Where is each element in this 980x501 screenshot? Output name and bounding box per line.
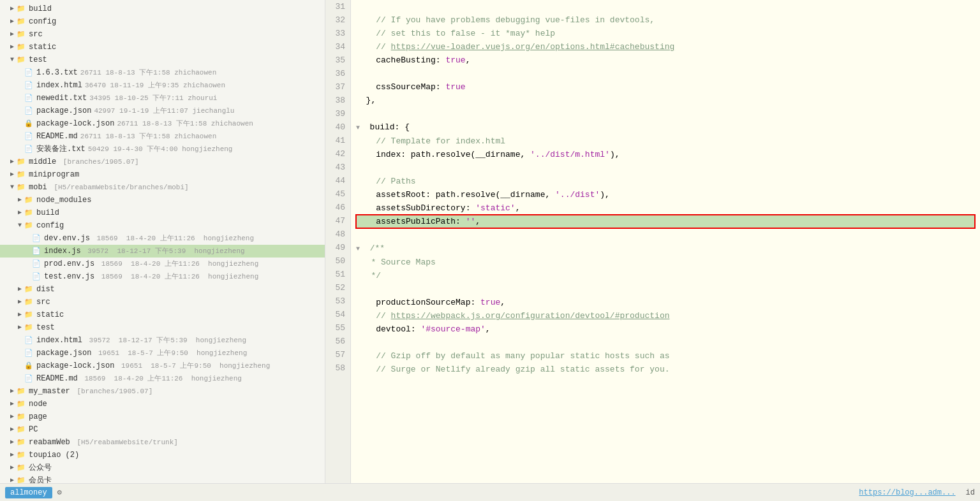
sidebar-item-packagelock2[interactable]: 🔒 package-lock.json 19651 18-5-7 上午9:50 … (0, 359, 325, 372)
line-num-44: 44 (330, 174, 345, 187)
sidebar-item-test2[interactable]: ▶ 📁 test (0, 321, 325, 334)
sidebar-item-indexjs[interactable]: 📄 index.js 39572 18-12-17 下午5:39 hongjie… (0, 245, 325, 258)
branch-indicator[interactable]: allmoney (5, 487, 52, 498)
arrow-icon: ▶ (10, 449, 17, 461)
item-branch: [branches/1905.07] (59, 156, 138, 168)
item-label: PC (29, 424, 38, 435)
settings-icon[interactable]: ⚙ (57, 488, 62, 497)
sidebar-item-readmemd2[interactable]: 📄 README.md 18569 18-4-20 上午11:26 hongji… (0, 372, 325, 385)
sidebar-item-163txt[interactable]: 📄 1.6.3.txt 26711 18-8-13 下午1:58 zhichao… (0, 66, 325, 79)
line-num-36: 36 (330, 67, 345, 80)
sidebar-item-toupiao[interactable]: ▶ 📁 toupiao (2) (0, 449, 325, 461)
code-line-57: // Gzip off by default as many popular s… (356, 349, 975, 363)
code-editor[interactable]: 31 32 33 34 35 36 37 38 39 40 41 42 43 4… (325, 0, 980, 483)
arrow-icon: ▶ (10, 437, 17, 448)
sidebar-item-packagejson[interactable]: 📄 package.json 42997 19-1-19 上午11:07 jie… (0, 105, 325, 117)
sidebar-item-packagejson2[interactable]: 📄 package.json 19651 18-5-7 上午9:50 hongj… (0, 347, 325, 359)
status-bar: allmoney ⚙ https://blog...adm... id (0, 483, 980, 501)
item-meta: 34395 18-10-25 下午7:11 zhourui (89, 92, 217, 104)
line-num-43: 43 (330, 161, 345, 174)
sidebar-item-src[interactable]: ▶ 📁 src (0, 28, 325, 41)
file-icon: 📄 (32, 233, 42, 244)
item-label: my_master (29, 386, 70, 397)
code-line-42: index: path.resolve(__dirname, '../dist/… (356, 148, 975, 161)
sidebar-item-indexhtml2[interactable]: 📄 index.html 39572 18-12-17 下午5:39 hongj… (0, 334, 325, 347)
item-label: package.json (36, 105, 91, 117)
sidebar-item-page[interactable]: ▶ 📁 page (0, 410, 325, 423)
code-line-51: */ (356, 269, 975, 282)
folder-icon: 📁 (17, 182, 27, 193)
spacer (26, 233, 32, 244)
sidebar-item-reabamweb[interactable]: ▶ 📁 reabamWeb [H5/reabamWebsite/trunk] (0, 436, 325, 449)
sidebar-item-build2[interactable]: ▶ 📁 build (0, 207, 325, 219)
file-icon: 📄 (24, 143, 34, 155)
arrow-icon: ▶ (18, 194, 24, 206)
code-container: 31 32 33 34 35 36 37 38 39 40 41 42 43 4… (325, 0, 980, 483)
spacer (18, 360, 24, 372)
sidebar-item-miniprogram[interactable]: ▶ 📁 miniprogram (0, 168, 325, 181)
code-line-36 (356, 67, 975, 80)
sidebar-item-huiyinka[interactable]: ▶ 📁 会员卡 (0, 474, 325, 483)
sidebar-item-mobi[interactable]: ▼ 📁 mobi [H5/reabamWebsite/branches/mobi… (0, 181, 325, 194)
item-meta: 26711 18-8-13 下午1:58 zhichaowen (80, 131, 216, 142)
sidebar-item-packagelockjson[interactable]: 🔒 package-lock.json 26711 18-8-13 下午1:58… (0, 117, 325, 130)
spacer (18, 335, 24, 346)
file-icon: 📄 (24, 131, 34, 142)
sidebar-item-pc[interactable]: ▶ 📁 PC (0, 423, 325, 436)
sidebar-item-dist[interactable]: ▶ 📁 dist (0, 283, 325, 296)
sidebar-item-static2[interactable]: ▶ 📁 static (0, 309, 325, 321)
line-num-37: 37 (330, 80, 345, 94)
sidebar-item-node[interactable]: ▶ 📁 node (0, 398, 325, 410)
code-line-34: // https://vue-loader.vuejs.org/en/optio… (356, 40, 975, 54)
folder-icon: 📁 (17, 449, 27, 461)
code-line-54: // https://webpack.js.org/configuration/… (356, 309, 975, 323)
sidebar-item-indexhtml[interactable]: 📄 index.html 36470 18-11-19 上午9:35 zhich… (0, 79, 325, 92)
sidebar-item-testenvjs[interactable]: 📄 test.env.js 18569 18-4-20 上午11:26 hong… (0, 270, 325, 283)
main-container: ▶ 📁 build ▶ 📁 config ▶ 📁 src ▶ 📁 static … (0, 0, 980, 483)
line-num-55: 55 (330, 321, 345, 335)
sidebar-item-middle[interactable]: ▶ 📁 middle [branches/1905.07] (0, 156, 325, 168)
folder-icon: 📁 (24, 220, 34, 231)
folder-icon: 📁 (17, 41, 27, 53)
sidebar-item-config2[interactable]: ▼ 📁 config (0, 219, 325, 232)
line-num-58: 58 (330, 361, 345, 375)
arrow-icon: ▼ (10, 182, 17, 193)
folder-icon: 📁 (24, 296, 34, 308)
sidebar-item-prodenvjs[interactable]: 📄 prod.env.js 18569 18-4-20 上午11:26 hong… (0, 258, 325, 270)
sidebar-item-devenvjs[interactable]: 📄 dev.env.js 18569 18-4-20 上午11:26 hongj… (0, 232, 325, 245)
sidebar-item-newedittxt[interactable]: 📄 newedit.txt 34395 18-10-25 下午7:11 zhou… (0, 92, 325, 105)
sidebar-item-readmemd[interactable]: 📄 README.md 26711 18-8-13 下午1:58 zhichao… (0, 130, 325, 143)
sidebar-item-anzhuang[interactable]: 📄 安装备注.txt 50429 19-4-30 下午4:00 hongjiez… (0, 143, 325, 156)
code-line-44: // Paths (356, 175, 975, 188)
file-icon: 📄 (32, 258, 42, 270)
search-label: id (966, 488, 975, 497)
sidebar-item-static[interactable]: ▶ 📁 static (0, 41, 325, 54)
arrow-icon: ▶ (18, 296, 24, 308)
item-label: build (36, 207, 59, 219)
sidebar-item-gongzhonghao[interactable]: ▶ 📁 公众号 (0, 461, 325, 474)
item-meta: 19651 18-5-7 上午9:50 hongjiezheng (117, 360, 270, 372)
sidebar-item-config[interactable]: ▶ 📁 config (0, 15, 325, 28)
code-line-37: cssSourceMap: true (356, 80, 975, 94)
file-icon: 📄 (24, 373, 34, 384)
sidebar-item-node-modules[interactable]: ▶ 📁 node_modules (0, 194, 325, 207)
spacer (26, 271, 32, 282)
folder-icon: 📁 (17, 475, 27, 483)
sidebar-item-build[interactable]: ▶ 📁 build (0, 3, 325, 15)
spacer (18, 67, 24, 78)
item-label: node (29, 398, 47, 410)
sidebar[interactable]: ▶ 📁 build ▶ 📁 config ▶ 📁 src ▶ 📁 static … (0, 0, 325, 483)
item-label: static (36, 309, 64, 321)
item-label: 会员卡 (29, 475, 52, 483)
url-display: https://blog...adm... (859, 488, 955, 497)
arrow-icon: ▶ (18, 309, 24, 321)
arrow-icon: ▶ (10, 41, 17, 53)
item-branch: [H5/reabamWebsite/trunk] (73, 437, 178, 448)
sidebar-item-mymaster[interactable]: ▶ 📁 my_master [branches/1905.07] (0, 385, 325, 398)
sidebar-item-test[interactable]: ▼ 📁 test (0, 54, 325, 66)
item-label: page (29, 411, 47, 423)
file-icon: 📄 (32, 245, 42, 257)
sidebar-item-src2[interactable]: ▶ 📁 src (0, 296, 325, 309)
spacer (26, 258, 32, 270)
folder-icon: 📁 (24, 322, 34, 333)
